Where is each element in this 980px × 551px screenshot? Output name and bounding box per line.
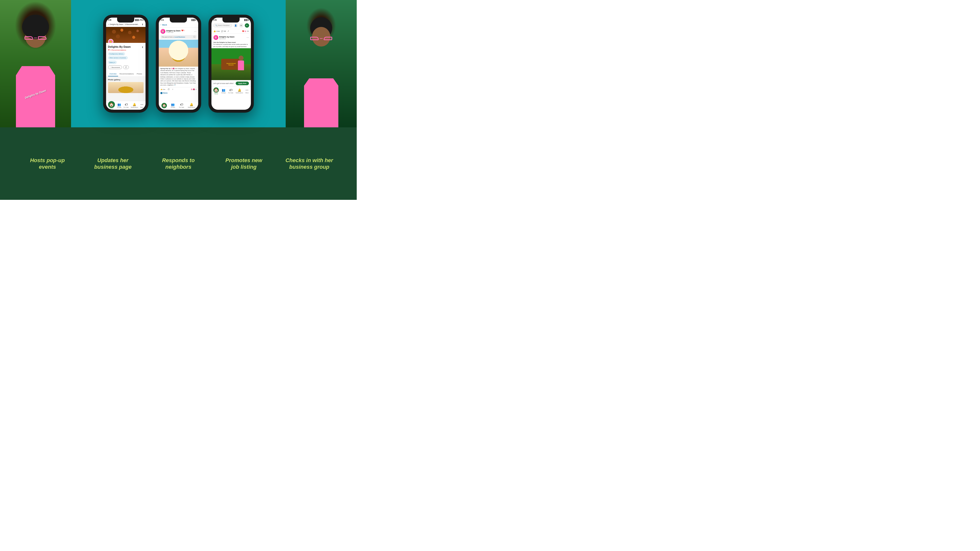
post-header: 🧁 Delights by Dawn ❤️3 3 days ago ⋯ [159,28,198,35]
reaction-count-top: 64 [247,30,249,32]
nav-3-notifs[interactable]: 🔔 Notifications [236,88,243,94]
local-biz-badge: This post is from a Local Business ⓘ [161,35,196,39]
nav-2-groups[interactable]: 👥 Groups [171,103,175,108]
post-body-3: I'm looking for a passionate social medi… [213,44,248,47]
tab-overview[interactable]: Overview [108,72,118,76]
gallery-title: Photo gallery [108,79,143,81]
rec-text: 3 Recommendations [110,49,126,51]
home-icon-3: 🏠 [213,87,219,93]
reaction-count: 🌸🌺 8 [191,88,196,91]
phone-3-search-bar: 🔍 Search Nextdoor 👤 ✉ ✏ [212,22,251,29]
like-icon-top[interactable]: 👍 Like [213,30,220,32]
phone-2-back-text[interactable]: Back [162,24,167,26]
action-buttons: ♡ Recommend 💬 [108,65,143,69]
share-button[interactable]: ↗ [172,88,173,91]
apply-now-button[interactable]: Apply Now [236,81,249,85]
nav-2-forsale[interactable]: 🏷 For Sale [179,103,184,108]
forsale-icon-3: 🏷 [229,88,232,92]
phone-1-body: Photo gallery [106,77,146,101]
post-menu-icon[interactable]: ⋯ [194,30,196,33]
like-button[interactable]: 👍 Like [161,88,165,91]
phone-3-image: Alcohol Infused Desserts [212,48,251,80]
phones-container: 5:06 Safari ▐▐▐ LTE ■ ‹ Delights By Dawn… [98,0,259,127]
nav-3-groups[interactable]: 👥 Groups [221,88,226,94]
phone-3-screen: 5:53 ▐▐▐ ■ 🔍 Search Nextdoor 👤 ✉ ✏ [212,17,251,110]
local-biz-link[interactable]: Local Business [175,36,185,38]
nav-3-forsale-label: For Sale [228,92,233,94]
nav-2-home[interactable]: 🏠 [161,103,167,108]
comment-count-top: 💬 88 [221,30,226,32]
nav-groups[interactable]: 👥 Groups [117,103,121,108]
caption-2: Updates herbusiness page [80,154,146,173]
caption-5: Checks in with herbusiness group [277,154,342,173]
nav-2-forsale-label: For Sale [179,106,184,108]
truck-visual: Alcohol Infused Desserts [212,48,251,80]
phone-3-nav: 🏠 Home 👥 Groups 🏷 For Sale 🔔 [212,86,251,95]
bottom-section: Hosts pop-upevents Updates herbusiness p… [0,127,357,200]
nav-for-sale[interactable]: 🏷 For Sale [124,103,129,108]
share-icon-top[interactable]: ↗ [228,30,229,32]
nav-notifications-label: Notifications [131,106,138,108]
phone-1-tabs: Overview Recommendations Photos [106,72,146,77]
groups-icon-2: 👥 [171,103,175,106]
forsale-icon: 🏷 [125,103,128,106]
compose-icon-btn[interactable]: ✏ [245,23,249,28]
nav-3-more[interactable]: ⋯ More [245,88,249,94]
comment-button[interactable]: 💬 [168,88,170,91]
message-button[interactable]: 💬 [123,65,129,69]
tag-bakery[interactable]: Bakery ▾ [108,61,117,64]
phone-1-screen: 5:06 Safari ▐▐▐ LTE ■ ‹ Delights By Dawn… [106,17,146,110]
nav-2-groups-label: Groups [171,106,175,108]
nav-3-groups-label: Groups [221,92,226,94]
phone-1-signal: ▐▐▐ LTE ■ [135,19,143,21]
tags-row: Food/grocery delivery Other service or b… [108,52,143,59]
phone-3-menu-icon[interactable]: ⋯ [247,36,249,39]
search-input[interactable]: 🔍 Search Nextdoor [213,24,232,27]
cupcake-visual [159,40,198,67]
tag-food[interactable]: Food/grocery delivery [108,52,125,56]
nav-home[interactable]: 🏠 Home [108,101,115,110]
post-avatar: 🧁 [161,29,165,34]
phone-3-notch [223,17,240,22]
phone-2-post: 🧁 Delights by Dawn ❤️3 3 days ago ⋯ [159,28,198,101]
sign-line2: Desserts [228,64,234,66]
post-actions: 👍 Like 💬 ↗ 🌸🌺 8 [159,87,198,91]
phone-1-nav: 🏠 Home 👥 Groups 🏷 For Sale 🔔 [106,101,146,110]
person-left-glasses [24,36,46,40]
phone-2-time: 9:41 [161,19,164,21]
phone-3-reactions-top: 👍 Like 💬 88 ↗ ❤️🌸 64 [212,29,251,33]
recommend-button[interactable]: ♡ Recommend [108,65,122,69]
nav-2-notifs[interactable]: 🔔 Notifications [188,103,195,108]
phone-2: 9:41 ▐▐▐ ■ ‹ Back 🧁 [156,15,201,113]
external-link-icon[interactable]: ⬆ [142,46,143,49]
tab-photos[interactable]: Photos [135,72,143,76]
phone-1-back-arrow[interactable]: ‹ [108,23,109,26]
caption-4-text: Promotes newjob listing [225,157,262,170]
post-text: Spring Pop Up 🌸🌺 Join Delights by Dawn, … [159,67,198,87]
nav-more[interactable]: ⋯ More [140,103,143,108]
nav-3-home[interactable]: 🏠 Home [213,87,219,95]
phone-3-post-header: 🧁 Delights by Dawn Sponsored ⋯ [212,33,251,41]
phone-1-share-icon[interactable]: ⬆ [142,23,143,26]
caption-2-text: Updates herbusiness page [94,157,132,170]
profile-icon-btn[interactable]: 👤 [234,23,238,28]
bell-icon-2: 🔔 [189,103,193,106]
more-icon: ⋯ [140,103,143,106]
caption-4: Promotes newjob listing [211,154,277,173]
home-icon: 🏠 [108,101,115,108]
person-left: Delights by Dawn [0,0,71,127]
post-body: Join Delights by Dawn, alcohol infused d… [161,68,196,86]
message-icon-btn[interactable]: ✉ [239,23,243,28]
heart-icon: ❤ [108,49,110,51]
phone-2-back-icon[interactable]: ‹ [161,24,161,26]
tag-service[interactable]: Other service or business [108,56,128,59]
phone-1-business-info: Delights By Dawn ⬆ ❤ 3 Recommendations F… [106,43,146,72]
tab-recommendations[interactable]: Recommendations [118,72,135,76]
caption-3-text: Responds toneighbors [162,157,194,170]
nav-notifications[interactable]: 🔔 Notifications [131,103,138,108]
nav-3-forsale[interactable]: 🏷 For Sale [228,88,233,94]
phone-1: 5:06 Safari ▐▐▐ LTE ■ ‹ Delights By Dawn… [103,15,148,113]
reaction-emojis: 🌸🌺 [191,88,195,91]
post-username: Delights by Dawn [166,30,181,32]
news-label: News [159,91,198,95]
